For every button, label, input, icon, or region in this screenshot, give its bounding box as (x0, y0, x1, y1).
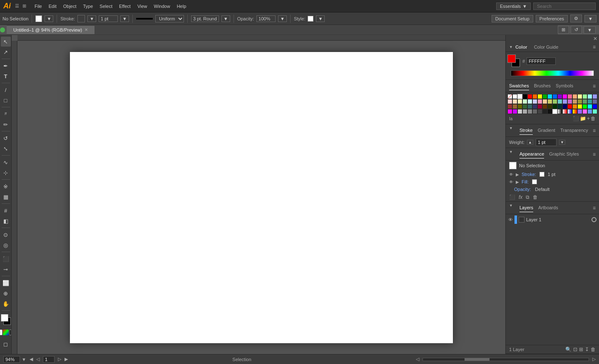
warp-tool-btn[interactable]: ∿ (1, 157, 11, 167)
tab-artboards[interactable]: Artboards (538, 203, 558, 212)
swatch-r2-14[interactable] (572, 99, 577, 104)
menu-effect[interactable]: Effect (116, 3, 134, 10)
swatch-r3-8[interactable] (542, 104, 547, 109)
canvas-wrapper[interactable] (12, 35, 505, 354)
swatch-r2-9[interactable] (547, 99, 552, 104)
swatch-r4-6[interactable] (532, 109, 537, 114)
swatch-r3-3[interactable] (517, 104, 522, 109)
nav-prev-page-icon[interactable]: ◀ (30, 357, 33, 362)
swatch-grad3[interactable] (567, 109, 572, 114)
swatch-r3-14[interactable] (572, 104, 577, 109)
swatch-r4-2[interactable] (512, 109, 517, 114)
direct-selection-tool-btn[interactable]: ↗ (1, 47, 11, 57)
zoom-dropdown-icon[interactable]: ▼ (22, 357, 26, 362)
swatch-grad4[interactable] (572, 109, 577, 114)
fill-color-preview[interactable] (532, 179, 537, 184)
tab-symbols[interactable]: Symbols (556, 82, 573, 90)
arrange-docs-btn[interactable]: ⊞ (558, 26, 569, 34)
brush-select[interactable]: 3 pt. Round (191, 15, 219, 22)
opacity-dropdown-btn[interactable]: ▼ (278, 15, 287, 22)
appearance-stroke-row[interactable]: 👁 ▶ Stroke: 1 pt (506, 171, 599, 178)
delete-layer-icon[interactable]: 🗑 (591, 347, 596, 352)
registration-swatch[interactable] (512, 94, 517, 99)
move-to-layer-icon[interactable]: ↧ (585, 347, 589, 352)
delete-swatch-icon[interactable]: 🗑 (591, 116, 596, 121)
line-tool-btn[interactable]: / (1, 85, 11, 95)
eyedropper-tool-btn[interactable]: ⊙ (1, 230, 11, 240)
swatch-type-icon[interactable]: Ia (509, 116, 512, 121)
swatch-r2-11[interactable] (557, 99, 562, 104)
new-layer-btn-icon[interactable]: ⊞ (579, 347, 583, 352)
swatch-green[interactable] (542, 94, 547, 99)
fx-icon[interactable]: fx (519, 194, 522, 200)
canvas-area[interactable] (17, 41, 505, 354)
collapse-layers-icon[interactable]: ▼ (509, 203, 513, 212)
collapse-color-icon[interactable]: ▼ (509, 45, 513, 49)
stroke-expand-icon[interactable]: ▶ (516, 172, 519, 177)
swatch-r2-3[interactable] (517, 99, 522, 104)
weight-down-btn[interactable]: ▼ (559, 140, 565, 145)
swatch-r4-4[interactable] (522, 109, 527, 114)
slice-tool-btn[interactable]: ⊸ (1, 264, 11, 274)
swatch-r4-3[interactable] (517, 109, 522, 114)
swatch-r3-10[interactable] (552, 104, 557, 109)
swatch-r3-1[interactable] (507, 104, 512, 109)
layers-panel-menu-btn[interactable]: ≡ (593, 205, 596, 211)
swatch-r3-16[interactable] (582, 104, 587, 109)
swatch-2[interactable] (517, 94, 522, 99)
fg-color-indicator[interactable] (507, 54, 516, 63)
pencil-tool-btn[interactable]: ✏ (1, 119, 11, 129)
collapse-stroke-icon[interactable]: ▼ (509, 126, 513, 135)
swatches-panel-menu-btn[interactable]: ≡ (593, 83, 596, 89)
scale-tool-btn[interactable]: ⤡ (1, 144, 11, 154)
swatch-r2-12[interactable] (562, 99, 567, 104)
stroke-visibility-icon[interactable]: 👁 (509, 172, 513, 177)
layer-1-row[interactable]: 👁 Layer 1 (506, 214, 599, 225)
swatch-lightyellow[interactable] (577, 94, 582, 99)
menu-edit[interactable]: Edit (45, 3, 60, 10)
menu-file[interactable]: File (31, 3, 45, 10)
tab-transparency[interactable]: Transparency (560, 126, 588, 135)
swatch-r4-8[interactable] (542, 109, 547, 114)
swatch-magenta[interactable] (562, 94, 567, 99)
swatch-violet[interactable] (557, 94, 562, 99)
fill-visibility-icon[interactable]: 👁 (509, 180, 513, 184)
search-layers-icon[interactable]: 🔍 (565, 347, 572, 352)
swatch-r2-5[interactable] (527, 99, 532, 104)
document-setup-btn[interactable]: Document Setup (492, 15, 533, 22)
foreground-color-swatch[interactable] (1, 314, 8, 322)
swatch-r2-16[interactable] (582, 99, 587, 104)
swatch-r4-9[interactable] (547, 109, 552, 114)
blend-tool-btn[interactable]: ◎ (1, 240, 11, 250)
swatch-r2-1[interactable] (507, 99, 512, 104)
workspace-selector[interactable]: Essentials ▼ (496, 2, 531, 10)
swatch-peach[interactable] (572, 94, 577, 99)
none-swatch[interactable] (507, 94, 512, 99)
swatch-r4-17[interactable] (587, 109, 592, 114)
opacity-input[interactable] (256, 15, 276, 22)
nav-next-icon[interactable]: ▷ (58, 357, 61, 362)
swatch-r2-8[interactable] (542, 99, 547, 104)
swatch-yellow[interactable] (537, 94, 542, 99)
doc-options-btn[interactable]: ▼ (584, 26, 596, 34)
stroke-width-input[interactable] (99, 15, 118, 22)
arrange-icon[interactable]: ⊞ (22, 3, 26, 9)
mesh-tool-btn[interactable]: # (1, 206, 11, 215)
swatch-r2-13[interactable] (567, 99, 572, 104)
duplicate-item-icon[interactable]: ⧉ (526, 194, 529, 200)
hamburger-icon[interactable]: ☰ (15, 3, 19, 9)
document-tab[interactable]: Untitled–1 @ 94% (RGB/Preview) ✕ (7, 26, 95, 34)
menu-object[interactable]: Object (60, 3, 80, 10)
close-tab-icon[interactable]: ✕ (85, 27, 88, 32)
stroke-color-preview[interactable] (539, 172, 544, 177)
swatch-r3-12[interactable] (562, 104, 567, 109)
menu-type[interactable]: Type (80, 3, 97, 10)
swatch-r4-18[interactable] (592, 109, 597, 114)
swatch-lightblue[interactable] (592, 94, 597, 99)
menu-view[interactable]: View (134, 3, 151, 10)
stroke-panel-menu-btn[interactable]: ≡ (593, 128, 596, 134)
swatch-orange[interactable] (532, 94, 537, 99)
layer-visibility-icon[interactable]: 👁 (508, 217, 513, 222)
canvas-options-btn[interactable]: ⚙ (570, 15, 582, 22)
search-input[interactable] (533, 2, 596, 10)
